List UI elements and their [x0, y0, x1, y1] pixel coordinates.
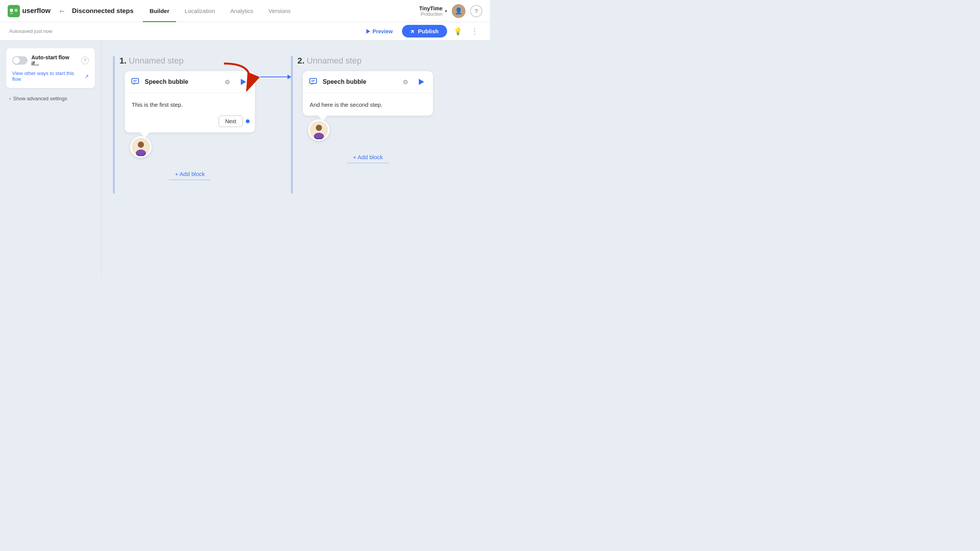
send-icon: ✈: [409, 28, 416, 35]
sidebar: Auto-start flow if... ? View other ways …: [0, 41, 101, 276]
toggle-thumb: [13, 57, 20, 64]
svg-point-9: [138, 142, 144, 148]
publish-label: Publish: [418, 28, 439, 34]
next-button[interactable]: Next: [219, 116, 243, 127]
step2-avatar: [308, 119, 330, 141]
step1-bubble-footer: Next: [125, 116, 255, 132]
tab-localization[interactable]: Localization: [178, 0, 222, 22]
step1-bubble-content: This is the first step.: [125, 93, 255, 116]
canvas[interactable]: 1. Unnamed step: [101, 41, 490, 276]
autosave-status: Autosaved just now: [9, 28, 357, 34]
chevron-down-icon: ▾: [445, 8, 447, 14]
back-button[interactable]: ←: [58, 7, 66, 15]
step2-bubble-content: And here is the second step.: [303, 93, 433, 116]
step1-settings-button[interactable]: ⚙: [221, 76, 234, 88]
step1-column: 1. Unnamed step: [115, 56, 260, 194]
svg-point-16: [316, 125, 322, 131]
main-content: Auto-start flow if... ? View other ways …: [0, 41, 490, 276]
steps-container: 1. Unnamed step: [113, 56, 479, 194]
svg-rect-5: [132, 78, 139, 83]
next-btn-dot: [246, 119, 250, 123]
svg-rect-2: [15, 9, 18, 12]
step1-avatar: [130, 136, 152, 158]
connector-line: [260, 77, 291, 77]
step2-column: 2. Unnamed step: [293, 56, 438, 194]
autostart-card: Auto-start flow if... ? View other ways …: [6, 48, 95, 88]
topnav: userflow ← Disconnected steps Builder Lo…: [0, 0, 490, 22]
view-ways-text: View other ways to start this flow: [12, 70, 83, 82]
preview-button[interactable]: Preview: [362, 26, 397, 37]
help-button[interactable]: ?: [470, 5, 482, 17]
svg-rect-3: [10, 13, 13, 14]
play-icon-1: [241, 79, 246, 85]
svg-point-11: [137, 150, 145, 155]
step1-content-text: This is the first step.: [132, 101, 248, 109]
more-menu-button[interactable]: ⋮: [469, 25, 481, 37]
view-ways-link[interactable]: View other ways to start this flow ↗: [12, 70, 89, 82]
step2-avatar-area: [303, 116, 433, 142]
step2-play-button[interactable]: [415, 76, 428, 88]
step1-title: Unnamed step: [129, 56, 183, 66]
add-block-label-1: + Add block: [175, 171, 205, 177]
autostart-help-icon[interactable]: ?: [81, 57, 89, 64]
step2-number: 2.: [297, 56, 304, 66]
speech-bubble-icon-2: [308, 77, 319, 87]
step1-type-label: Speech bubble: [145, 78, 217, 85]
show-advanced-button[interactable]: › Show advanced settings: [6, 94, 95, 103]
step-connector: [260, 56, 291, 77]
step2-settings-button[interactable]: ⚙: [399, 76, 412, 88]
autostart-toggle[interactable]: [12, 56, 28, 65]
svg-rect-0: [8, 5, 20, 17]
step2-card-header: Speech bubble ⚙: [303, 71, 433, 93]
nav-right: TinyTime Production ▾ 👤 ?: [419, 4, 482, 18]
play-icon: [366, 29, 370, 34]
toolbar: Autosaved just now Preview ✈ Publish 💡 ⋮: [0, 22, 490, 41]
show-advanced-label: Show advanced settings: [13, 96, 67, 101]
workspace-env: Production: [419, 11, 443, 17]
add-block-label-2: + Add block: [353, 154, 383, 160]
autostart-label: Auto-start flow if...: [31, 54, 77, 67]
page-title: Disconnected steps: [72, 7, 134, 15]
avatar[interactable]: 👤: [452, 4, 466, 18]
step2-type-label: Speech bubble: [323, 78, 395, 85]
step2-add-block-button[interactable]: + Add block: [347, 152, 389, 163]
tab-versions[interactable]: Versions: [262, 0, 298, 22]
chevron-icon: ›: [9, 96, 11, 101]
step2-content-text: And here is the second step.: [310, 101, 426, 109]
workspace-selector[interactable]: TinyTime Production ▾: [419, 5, 447, 17]
svg-point-18: [315, 133, 323, 138]
step1-header: 1. Unnamed step: [119, 56, 183, 66]
step1-add-block-button[interactable]: + Add block: [169, 168, 211, 180]
publish-button[interactable]: ✈ Publish: [402, 25, 447, 37]
nav-tabs: Builder Localization Analytics Versions: [143, 0, 297, 22]
step2-card: Speech bubble ⚙ And here is the second s…: [303, 71, 433, 116]
step1-number: 1.: [119, 56, 126, 66]
step2-header: 2. Unnamed step: [297, 56, 361, 66]
preview-label: Preview: [372, 28, 393, 34]
tab-analytics[interactable]: Analytics: [224, 0, 260, 22]
step1-card-header: Speech bubble ⚙: [125, 71, 255, 93]
external-link-icon: ↗: [85, 73, 89, 79]
step2-title: Unnamed step: [307, 56, 361, 66]
play-icon-2: [419, 79, 424, 85]
logo[interactable]: userflow: [8, 5, 51, 17]
step1-card: Speech bubble ⚙ This is the first step.: [125, 71, 255, 132]
logo-text: userflow: [22, 7, 51, 15]
svg-rect-1: [10, 9, 13, 12]
speech-bubble-icon-1: [130, 77, 141, 87]
step1-avatar-area: [125, 132, 255, 159]
svg-rect-12: [310, 78, 317, 83]
lightbulb-button[interactable]: 💡: [452, 25, 464, 37]
workspace-name: TinyTime: [419, 5, 443, 11]
step1-play-button[interactable]: [237, 76, 250, 88]
tab-builder[interactable]: Builder: [143, 0, 176, 22]
